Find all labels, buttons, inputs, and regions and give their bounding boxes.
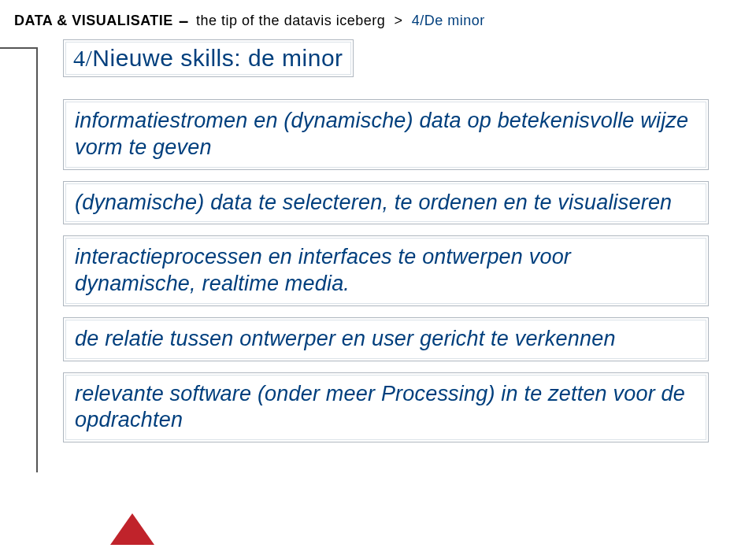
divider-vertical <box>36 47 38 472</box>
list-item: relevante software (onder meer Processin… <box>63 372 709 443</box>
item-text: de relatie tussen ontwerper en user geri… <box>75 327 616 350</box>
title-text: Nieuwe skills: de minor <box>92 45 343 71</box>
brand-text: DATA & VISUALISATIE <box>14 13 173 28</box>
list-item: de relatie tussen ontwerper en user geri… <box>63 317 709 361</box>
item-text: relevante software (onder meer Processin… <box>75 382 685 432</box>
content-area: 4/Nieuwe skills: de minor informatiestro… <box>63 39 709 453</box>
chevron-right-icon: > <box>389 13 407 28</box>
item-text: (dynamische) data te selecteren, te orde… <box>75 191 672 214</box>
list-item: (dynamische) data te selecteren, te orde… <box>63 181 709 225</box>
title-box: 4/Nieuwe skills: de minor <box>63 39 354 77</box>
title-prefix: 4/ <box>73 45 92 71</box>
separator-dash: – <box>177 11 192 31</box>
page-title: 4/Nieuwe skills: de minor <box>73 45 343 71</box>
crumb-current: 4/De minor <box>412 13 485 28</box>
item-text: informatiestromen en (dynamische) data o… <box>75 109 688 159</box>
divider-horizontal <box>0 47 36 49</box>
triangle-icon <box>110 513 154 545</box>
breadcrumb: DATA & VISUALISATIE – the tip of the dat… <box>14 11 742 31</box>
item-text: interactieprocessen en interfaces te ont… <box>75 245 571 295</box>
list-item: interactieprocessen en interfaces te ont… <box>63 235 709 306</box>
list-item: informatiestromen en (dynamische) data o… <box>63 99 709 170</box>
slide-page: DATA & VISUALISATIE – the tip of the dat… <box>0 0 756 559</box>
tagline-text: the tip of the datavis iceberg <box>196 13 385 28</box>
